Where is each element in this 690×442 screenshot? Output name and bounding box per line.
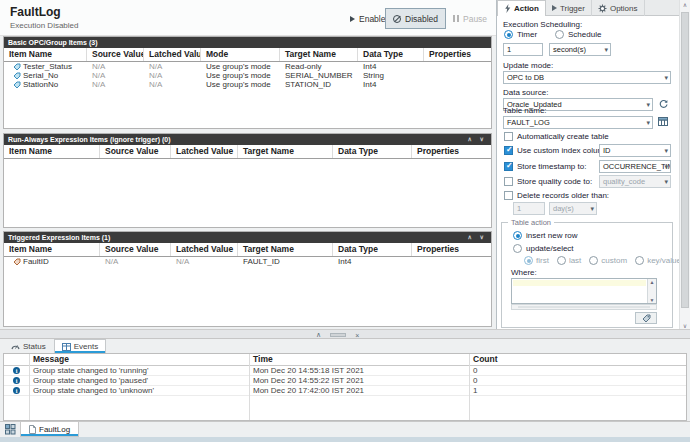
trigger-play-icon xyxy=(552,5,557,11)
tab-events[interactable]: Events xyxy=(54,339,106,353)
collapse-expand-icons[interactable]: ∧ ∨ xyxy=(468,134,487,145)
update-mode-label: Update mode: xyxy=(503,61,553,70)
where-textarea[interactable]: ▲▼ xyxy=(511,278,657,304)
splitter-drag-handle[interactable] xyxy=(330,333,346,337)
radio-icon xyxy=(513,244,522,253)
column-header[interactable]: Time xyxy=(249,354,469,365)
custom-index-dropdown[interactable]: ID xyxy=(599,144,671,157)
column-header[interactable]: Properties xyxy=(412,243,490,256)
column-header[interactable]: Properties xyxy=(424,48,490,61)
event-row[interactable]: Group state changed to 'paused' Mon Dec … xyxy=(4,376,686,386)
tab-status[interactable]: Status xyxy=(3,339,54,353)
column-header[interactable]: Item Name xyxy=(4,145,100,158)
column-separator xyxy=(29,354,30,420)
triggered-table-title: Triggered Expression Items (1) xyxy=(8,232,110,243)
update-mode-dropdown[interactable]: OPC to DB xyxy=(503,71,671,84)
timer-radio[interactable]: Timer xyxy=(504,30,537,39)
column-header[interactable]: Item Name xyxy=(4,48,87,61)
auto-create-table-checkbox[interactable]: Automatically create table xyxy=(504,132,609,141)
column-header[interactable]: Data Type xyxy=(333,145,412,158)
column-header[interactable]: Count xyxy=(469,354,686,365)
where-vertical-scrollbar[interactable]: ▲▼ xyxy=(647,279,656,303)
collapse-expand-icons[interactable]: ∧ ∨ xyxy=(468,232,487,243)
info-icon xyxy=(13,387,20,394)
first-radio[interactable] xyxy=(524,256,533,265)
scrollbar-thumb[interactable] xyxy=(681,12,689,308)
column-header[interactable]: Mode xyxy=(201,48,280,61)
keyvalue-radio[interactable] xyxy=(635,256,644,265)
panel-tab-bar: Action Trigger Options xyxy=(497,0,690,16)
column-header[interactable]: Data Type xyxy=(358,48,424,61)
column-header[interactable]: Item Name xyxy=(4,243,100,256)
column-header[interactable]: Source Value xyxy=(87,48,144,61)
tag-icon xyxy=(13,258,21,266)
column-separator xyxy=(249,354,250,420)
basic-items-table: Basic OPC/Group Items (3) Item Name Sour… xyxy=(3,36,492,129)
event-row[interactable]: Group state changed to 'running' Mon Dec… xyxy=(4,366,686,376)
info-icon xyxy=(13,367,20,374)
table-row[interactable]: FaultID N/A N/A FAULT_ID Int4 xyxy=(4,257,491,266)
page-title: FaultLog xyxy=(10,5,61,19)
delete-records-checkbox[interactable]: Delete records older than: xyxy=(504,191,609,200)
event-row[interactable]: Group state changed to 'unknown' Mon Dec… xyxy=(4,386,686,396)
tag-icon xyxy=(642,314,651,323)
tab-action[interactable]: Action xyxy=(497,0,546,16)
timer-interval-input[interactable]: 1 xyxy=(503,43,543,56)
column-header[interactable]: Latched Value xyxy=(171,145,238,158)
column-header[interactable]: Latched Value xyxy=(171,243,238,256)
execution-status-text: Execution Disabled xyxy=(10,21,78,30)
column-header[interactable]: Target Name xyxy=(280,48,358,61)
where-horizontal-scrollbar[interactable] xyxy=(511,304,657,310)
column-header[interactable]: Source Value xyxy=(100,145,171,158)
disabled-button-label: Disabled xyxy=(405,14,438,24)
schedule-radio[interactable]: Schedule xyxy=(555,30,601,39)
store-quality-checkbox[interactable]: Store quality code to: xyxy=(504,177,592,186)
refresh-icon[interactable] xyxy=(658,99,669,110)
tab-trigger[interactable]: Trigger xyxy=(546,0,592,16)
checkbox-icon xyxy=(504,177,513,186)
column-header[interactable]: Message xyxy=(29,354,249,365)
bottom-panel-splitter[interactable]: ∧ × xyxy=(0,329,690,339)
basic-items-table-titlebar[interactable]: Basic OPC/Group Items (3) xyxy=(4,37,491,48)
run-always-table-titlebar[interactable]: Run-Always Expression Items (ignore trig… xyxy=(4,134,491,145)
tab-options[interactable]: Options xyxy=(592,0,645,16)
checkbox-checked-icon xyxy=(504,146,513,155)
table-action-legend: Table action xyxy=(508,218,554,227)
triggered-table-titlebar[interactable]: Triggered Expression Items (1) ∧ ∨ xyxy=(4,232,491,243)
column-header[interactable]: Source Value xyxy=(100,243,171,256)
insert-new-row-radio[interactable]: insert new row xyxy=(513,231,578,240)
last-radio[interactable] xyxy=(557,256,566,265)
table-row[interactable]: StationNo N/A N/A Use group's mode STATI… xyxy=(4,80,491,89)
delete-unit-dropdown[interactable]: day(s) xyxy=(549,202,597,215)
edit-table-icon[interactable] xyxy=(658,116,670,128)
column-header[interactable]: Target Name xyxy=(238,145,333,158)
table-row[interactable]: Serial_No N/A N/A Use group's mode SERIA… xyxy=(4,71,491,80)
pause-button[interactable]: Pause xyxy=(446,8,494,29)
update-select-radio[interactable]: update/select xyxy=(513,244,574,253)
table-row[interactable]: Tester_Status N/A N/A Use group's mode R… xyxy=(4,62,491,71)
splitter-close-icon[interactable]: × xyxy=(355,332,359,339)
timer-unit-dropdown[interactable]: second(s) xyxy=(549,43,611,56)
column-header[interactable]: Target Name xyxy=(238,243,333,256)
store-timestamp-dropdown[interactable]: OCCURRENCE_TIME xyxy=(599,160,671,173)
pin-panel-icon[interactable] xyxy=(0,422,20,437)
column-header[interactable]: Latched Value xyxy=(144,48,201,61)
store-timestamp-checkbox[interactable]: Store timestamp to: xyxy=(504,162,586,171)
custom-radio[interactable] xyxy=(589,256,598,265)
column-header[interactable]: Data Type xyxy=(333,243,412,256)
delete-age-input[interactable]: 1 xyxy=(513,202,545,215)
column-header[interactable]: Properties xyxy=(412,145,490,158)
open-items-taskbar: FaultLog xyxy=(0,421,690,437)
where-label: Where: xyxy=(511,268,537,277)
disabled-button[interactable]: Disabled xyxy=(385,8,446,29)
checkbox-icon xyxy=(504,191,513,200)
table-name-combo[interactable]: FAULT_LOG xyxy=(503,116,653,129)
splitter-collapse-icon[interactable]: ∧ xyxy=(316,331,321,339)
taskbar-tab-faultlog[interactable]: FaultLog xyxy=(20,422,79,437)
group-header: FaultLog Execution Disabled Enabled Disa… xyxy=(0,0,496,36)
scroll-up-icon[interactable]: ∧ xyxy=(680,0,690,10)
store-quality-dropdown[interactable]: quality_code xyxy=(599,175,671,188)
custom-index-checkbox[interactable]: Use custom index column: xyxy=(504,146,611,155)
panel-scrollbar[interactable]: ∧ ∨ xyxy=(679,0,690,331)
insert-tag-button[interactable] xyxy=(635,312,657,324)
